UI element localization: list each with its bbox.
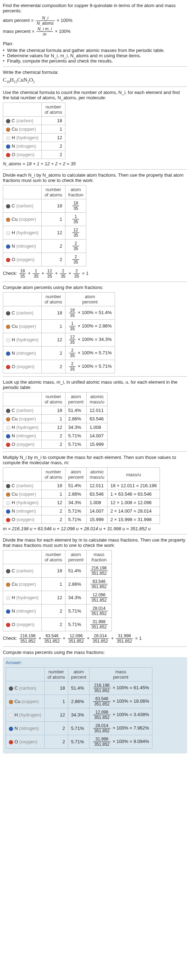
n-atoms: 12 bbox=[42, 591, 65, 605]
element-name: (oxygen) bbox=[17, 152, 35, 157]
element-symbol: N bbox=[12, 508, 15, 514]
n-atoms: 2 bbox=[42, 347, 65, 360]
table-row: C (carbon)181835 bbox=[3, 199, 86, 213]
element-cell: H (hydrogen) bbox=[3, 333, 42, 347]
table-row: N (nitrogen)25.71%14.0072 × 14.007 = 28.… bbox=[3, 507, 160, 515]
element-name: (hydrogen) bbox=[16, 425, 38, 430]
n-atoms: 2 bbox=[42, 142, 65, 151]
element-symbol: Cu bbox=[12, 582, 18, 587]
element-cell: O (oxygen) bbox=[6, 735, 45, 749]
mass-percent: 12.096351.852 × 100% = 3.438% bbox=[89, 708, 152, 722]
fraction: 235 bbox=[73, 269, 80, 279]
atoms-count-table: numberof atomsC (carbon)18Cu (copper)1H … bbox=[3, 102, 65, 159]
element-name: (oxygen) bbox=[19, 739, 37, 745]
element-name: (nitrogen) bbox=[16, 143, 36, 149]
element-symbol: N bbox=[12, 243, 15, 249]
element-name: (nitrogen) bbox=[16, 608, 36, 614]
fraction: 63.546351.852 bbox=[90, 579, 107, 589]
atom-percent: 5.71% bbox=[65, 432, 86, 440]
element-name: (nitrogen) bbox=[16, 508, 36, 514]
element-name: (hydrogen) bbox=[16, 230, 38, 235]
atom-percent: 2.86% bbox=[68, 695, 89, 708]
table-row: N (nitrogen)25.71%14.007 bbox=[3, 432, 107, 440]
table-row: C (carbon)1851.4%216.198351.852 × 100% =… bbox=[6, 681, 153, 695]
atom-fraction: 235 bbox=[65, 253, 86, 266]
fraction: 31.998351.852 bbox=[93, 737, 110, 747]
fraction: 216.198351.852 bbox=[93, 683, 110, 693]
answer-label: Answer: bbox=[6, 660, 184, 665]
atom-percent: 235 × 100% = 5.71% bbox=[65, 360, 115, 374]
atom-percent: 135 × 100% = 2.86% bbox=[65, 320, 115, 333]
mass-calc-table: numberof atomsatompercentatomicmass/umas… bbox=[3, 468, 160, 524]
atom-percent: 2.86% bbox=[65, 578, 86, 591]
element-swatch bbox=[6, 218, 10, 222]
table-row: Cu (copper)1135 bbox=[3, 213, 86, 226]
atomic-mass-table: numberof atomsatompercentatomicmass/uC (… bbox=[3, 392, 107, 449]
element-symbol: Cu bbox=[14, 699, 21, 704]
element-cell: H (hydrogen) bbox=[3, 226, 42, 240]
atom-percent: 51.4% bbox=[68, 681, 89, 695]
n-atoms: 2 bbox=[42, 360, 65, 374]
n-atoms: 2 bbox=[42, 605, 65, 618]
element-name: (copper) bbox=[19, 416, 36, 422]
n-atoms: 1 bbox=[42, 415, 65, 423]
element-swatch bbox=[6, 245, 10, 249]
fraction: 63.546351.852 bbox=[43, 633, 61, 644]
answer-box: Answer: numberof atomsatompercentmassper… bbox=[3, 657, 187, 754]
atomic-mass: 63.546 bbox=[87, 490, 107, 498]
mass-calc: 12 × 1.008 = 12.096 bbox=[107, 498, 160, 507]
check-mass-fractions: Check: 216.198351.852 + 63.546351.852 + … bbox=[3, 633, 187, 644]
table-row: H (hydrogen)121235 bbox=[3, 226, 86, 240]
atomic-mass: 15.999 bbox=[87, 440, 107, 449]
element-symbol: O bbox=[12, 257, 15, 262]
n-atoms: 2 bbox=[42, 253, 65, 266]
element-symbol: O bbox=[12, 517, 15, 522]
atom-percent: 235 × 100% = 5.71% bbox=[65, 347, 115, 360]
atomic-mass: 14.007 bbox=[87, 432, 107, 440]
element-name: (copper) bbox=[19, 492, 36, 497]
n-atoms: 18 bbox=[42, 199, 65, 213]
atom-percent: 5.71% bbox=[65, 618, 86, 631]
column-header: numberof atoms bbox=[42, 468, 65, 482]
divider bbox=[3, 376, 187, 377]
element-cell: Cu (copper) bbox=[3, 578, 42, 591]
table-row: O (oxygen)2235 × 100% = 5.71% bbox=[3, 360, 115, 374]
divider bbox=[3, 169, 187, 170]
n-atoms: 2 bbox=[42, 432, 65, 440]
element-symbol: Cu bbox=[12, 216, 18, 222]
table-row: O (oxygen)25.71%15.9992 × 15.999 = 31.99… bbox=[3, 515, 160, 524]
atom-percent: 5.71% bbox=[68, 735, 89, 749]
atomic-mass: 15.999 bbox=[87, 515, 107, 524]
check-label: Check: bbox=[3, 270, 17, 276]
atom-fraction: 1835 bbox=[65, 199, 86, 213]
element-symbol: O bbox=[12, 622, 15, 627]
divide-mass-text: Divide the mass for each element by m to… bbox=[3, 537, 187, 548]
element-symbol: H bbox=[12, 230, 15, 235]
column-header: atompercent bbox=[68, 668, 89, 681]
column-header: massfraction bbox=[87, 550, 112, 564]
element-symbol: Cu bbox=[12, 492, 18, 497]
atom-percent: 5.71% bbox=[65, 507, 86, 515]
element-swatch bbox=[9, 700, 13, 704]
column-header: numberof atoms bbox=[42, 103, 65, 116]
fraction: 216.198351.852 bbox=[90, 566, 107, 576]
element-name: (copper) bbox=[19, 324, 36, 329]
atom-percent: 51.4% bbox=[65, 482, 86, 490]
table-row: O (oxygen)25.71%31.998351.852 bbox=[3, 618, 112, 631]
divider bbox=[3, 646, 187, 647]
fraction: 12.096351.852 bbox=[90, 592, 107, 603]
column-header: numberof atoms bbox=[42, 186, 65, 199]
element-swatch bbox=[6, 443, 10, 447]
element-cell: N (nitrogen) bbox=[3, 605, 42, 618]
element-cell: O (oxygen) bbox=[3, 360, 42, 374]
table-row: O (oxygen)25.71%15.999 bbox=[3, 440, 107, 449]
element-symbol: H bbox=[12, 500, 15, 505]
fraction: 135 bbox=[32, 269, 39, 279]
element-symbol: H bbox=[12, 337, 15, 342]
element-cell: H (hydrogen) bbox=[6, 708, 45, 722]
plan-item-text: Write the chemical formula and gather at… bbox=[7, 48, 165, 53]
element-swatch bbox=[6, 501, 10, 505]
natoms-eq: N_atoms = 18 + 1 + 12 + 2 + 2 = 35 bbox=[3, 161, 76, 166]
atom-percent: 1835 × 100% = 51.4% bbox=[65, 306, 115, 320]
fraction: 216.198351.852 bbox=[19, 633, 37, 644]
